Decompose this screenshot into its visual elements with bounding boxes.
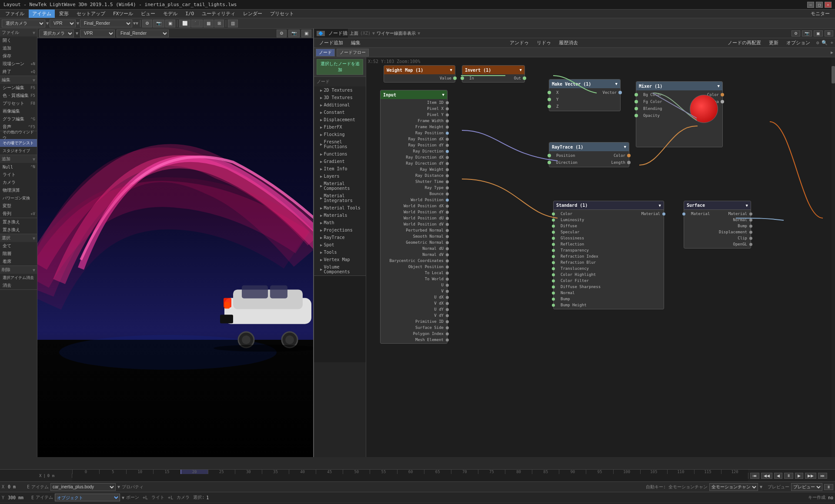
quit-btn[interactable]: 終了+Q [0, 68, 37, 76]
assist-btn[interactable]: その場でアシスト [0, 139, 37, 147]
other-windows-btn[interactable]: その他のウィンドウ [0, 131, 37, 139]
viewport-render-select[interactable]: VPR [80, 30, 115, 37]
canvas-scrollbar-v[interactable] [832, 57, 835, 457]
category-3d-textures[interactable]: ▶ 3D Textures [314, 94, 366, 101]
mixer-dropdown[interactable]: ▼ [718, 84, 720, 88]
std-bumpheight-in[interactable] [552, 304, 555, 307]
layout-btn-2[interactable]: ⬛ [191, 20, 203, 27]
playback-pause[interactable]: ⏸ [784, 473, 793, 479]
physics-btn[interactable]: 物理演算 [0, 186, 37, 194]
std-refidx-in[interactable] [552, 255, 555, 258]
category-fresnel[interactable]: ▶ Fresnel Functions [314, 138, 366, 150]
std-diff-in[interactable] [552, 225, 555, 228]
rt-pos-in[interactable] [548, 154, 551, 157]
menu-io[interactable]: I/O [182, 10, 197, 17]
node-tab-flow[interactable]: ノードフロー [337, 49, 369, 56]
vpr-select[interactable]: VPR [50, 20, 76, 27]
node-menu-clear-history[interactable]: 履歴消去 [555, 39, 581, 47]
makevector-dropdown[interactable]: ▼ [615, 82, 618, 86]
category-raytrace[interactable]: ▶ RayTrace [314, 234, 366, 241]
upper-view-btn-1[interactable]: ⚙ [792, 30, 800, 36]
input-rayposity-port[interactable] [446, 144, 449, 147]
viewport-cam-btn[interactable]: 📷 [288, 30, 300, 37]
input-shutter-port[interactable] [446, 180, 449, 183]
mv-y-in[interactable] [548, 98, 551, 101]
add-selected-btn[interactable]: 選択したノードを追加 [317, 59, 363, 75]
layout-btn-4[interactable]: ⊞ [214, 20, 224, 27]
input-primid-port[interactable] [446, 320, 449, 323]
rt-color-out[interactable] [627, 154, 631, 157]
weightmap-dropdown[interactable]: ▼ [450, 68, 452, 72]
category-vertex-map[interactable]: ▶ Vertex Map [314, 256, 366, 263]
playback-back[interactable]: ◀ [774, 473, 782, 479]
category-layers[interactable]: ▶ Layers [314, 172, 366, 180]
category-additional[interactable]: ▶ Additional [314, 101, 366, 109]
camera-add-btn[interactable]: カメラ [0, 179, 37, 186]
input-raydirdx-port[interactable] [446, 156, 449, 159]
input-normaldv-port[interactable] [446, 253, 449, 256]
menu-transform[interactable]: 変形 [56, 10, 72, 18]
menu-view[interactable]: ビュー [137, 10, 159, 18]
input-itemid-port[interactable] [446, 101, 449, 104]
std-spec-in[interactable] [552, 231, 555, 234]
input-raydir-port[interactable] [446, 150, 449, 153]
input-worldposdx-port[interactable] [446, 205, 449, 208]
playback-forward[interactable]: ▶▶ [805, 473, 816, 479]
bone-btn[interactable]: 骨列+V [0, 210, 37, 218]
menu-fxtool[interactable]: FXツール [110, 10, 137, 18]
surf-opengl-out[interactable] [749, 243, 752, 246]
light-btn[interactable]: ライト [0, 171, 37, 179]
weightmap-node[interactable]: Weight Map (1) ▼ Value [384, 65, 455, 83]
node-menu-redo[interactable]: リドゥ [533, 39, 554, 47]
mixer-node[interactable]: Mixer (1) ▼ Bg Color Color [636, 81, 723, 147]
rt-dir-in[interactable] [548, 161, 551, 164]
input-tolocal-port[interactable] [446, 272, 449, 275]
std-color-in[interactable] [552, 212, 555, 216]
input-vdx-port[interactable] [446, 302, 449, 305]
open-btn[interactable]: 開く [0, 36, 37, 44]
input-worldposdy-port[interactable] [446, 211, 449, 214]
surface-node[interactable]: Surface ▼ Material Material Normal [684, 201, 751, 249]
std-diffsharp-in[interactable] [552, 285, 555, 288]
surf-bump-out[interactable] [749, 225, 752, 228]
scene-edit-btn[interactable]: シーン編集FS [0, 84, 37, 92]
node-menu-edit[interactable]: 編集 [347, 39, 364, 47]
new-scene-btn[interactable]: 現場シーン+N [0, 60, 37, 68]
category-item-info[interactable]: ▶ Item Info [314, 165, 366, 172]
input-smthnormal-port[interactable] [446, 235, 449, 238]
maximize-button[interactable]: □ [816, 2, 823, 8]
canvas-scrollbar-thumb[interactable] [832, 66, 835, 83]
viewport-output-select[interactable]: Final_Render [117, 30, 169, 37]
input-raydirdy-port[interactable] [446, 162, 449, 165]
surf-clip-out[interactable] [749, 237, 752, 240]
upper-view-btn-4[interactable]: ⊞ [825, 30, 833, 36]
playback-play[interactable]: ▶ [795, 473, 803, 479]
item-select[interactable]: car_inertia_plus.body [50, 483, 116, 491]
category-spot[interactable]: ▶ Spot [314, 241, 366, 249]
render-btn[interactable]: ▣ [165, 20, 175, 27]
mixer-alpha-out[interactable] [721, 100, 724, 103]
studio-live-btn[interactable]: スタジオライブ [0, 147, 37, 155]
input-objpos-port[interactable] [446, 265, 449, 269]
mixer-blending-in[interactable] [635, 107, 638, 110]
category-tools[interactable]: ▶ Tools [314, 249, 366, 256]
menu-file[interactable]: ファイル [2, 10, 28, 18]
menu-preset[interactable]: プリセット [267, 10, 297, 18]
makevector-node[interactable]: Make Vector (1) ▼ X Vector Y [549, 79, 621, 111]
upper-view-btn-3[interactable]: ▣ [814, 30, 823, 36]
node-canvas[interactable]: X:52 Y:103 Zoom:100% [366, 57, 835, 457]
mixer-opacity-in[interactable] [635, 114, 638, 117]
input-v-port[interactable] [446, 290, 449, 293]
node-menu-layout[interactable]: ノードの再配置 [724, 39, 765, 47]
input-udx-port[interactable] [446, 296, 449, 299]
null-btn[interactable]: Null^N [0, 163, 37, 171]
std-refblur-in[interactable] [552, 261, 555, 264]
input-raytype-port[interactable] [446, 186, 449, 189]
category-displacement[interactable]: ▶ Displacement [314, 116, 366, 123]
input-worldpos-port[interactable] [446, 199, 449, 202]
node-menu-update[interactable]: 更新 [765, 39, 782, 47]
mv-vector-out[interactable] [618, 91, 622, 94]
camera-select[interactable]: 選択カメラ [2, 20, 45, 27]
camera-btn[interactable]: 📷 [153, 20, 164, 27]
powergon-btn[interactable]: パワーゴン変換 [0, 194, 37, 202]
